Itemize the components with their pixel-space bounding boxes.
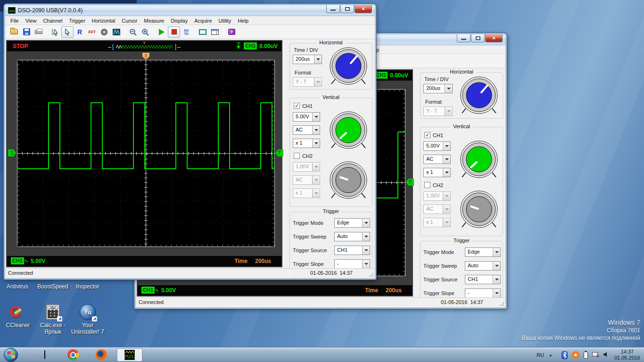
- outpost-tray-icon[interactable]: [572, 351, 579, 359]
- menu-utility[interactable]: Utility: [215, 16, 235, 25]
- ch1-position-knob[interactable]: [329, 109, 368, 151]
- menu-cursor[interactable]: Cursor: [118, 16, 140, 25]
- trigger-slope-select[interactable]: -: [334, 259, 370, 269]
- menu-view[interactable]: View: [22, 16, 40, 25]
- trigger-position-marker[interactable]: T: [142, 53, 149, 60]
- taskbar-chrome[interactable]: [60, 348, 86, 362]
- maximize-button[interactable]: [340, 5, 354, 13]
- trigger-mode-select[interactable]: Edge: [334, 218, 370, 228]
- dropdown-arrow-icon[interactable]: [493, 289, 500, 297]
- menu-channel[interactable]: Channel: [40, 16, 66, 25]
- desktop-icon-inspector[interactable]: Inspector: [70, 283, 105, 290]
- fft-button[interactable]: FFT: [86, 26, 98, 38]
- desktop-icon-your-uninstaller[interactable]: Yu ↗ Your Uninstaller! 7: [70, 304, 106, 335]
- desktop-icon-ccleaner[interactable]: C CCleaner: [0, 304, 36, 329]
- autoset-button[interactable]: AUTO: [180, 26, 192, 38]
- ch1-coupling-select[interactable]: AC: [423, 155, 451, 164]
- fullscreen-button[interactable]: [197, 26, 209, 38]
- volume-icon[interactable]: [603, 351, 609, 359]
- battery-icon[interactable]: [584, 352, 588, 359]
- zoom-out-button[interactable]: [127, 26, 139, 38]
- ch2-position-knob[interactable]: [329, 159, 368, 201]
- trigger-level-marker[interactable]: T: [406, 179, 414, 186]
- ch1-checkbox[interactable]: ✓: [424, 132, 430, 138]
- save-button[interactable]: [20, 26, 33, 38]
- dropdown-arrow-icon[interactable]: [493, 275, 500, 284]
- menu-help[interactable]: Help: [234, 16, 252, 25]
- ch1-volts-select[interactable]: 5.00V: [293, 112, 320, 122]
- ch2-position-knob[interactable]: [459, 189, 499, 230]
- time-div-select[interactable]: 200us: [423, 84, 453, 93]
- minimize-button[interactable]: [326, 5, 340, 13]
- taskbar-dso-app[interactable]: [117, 348, 142, 362]
- trigger-slope-select[interactable]: -: [465, 288, 501, 298]
- ch1-position-knob[interactable]: [459, 139, 499, 180]
- menu-horizontal[interactable]: Horizontal: [89, 16, 119, 25]
- ch2-enable[interactable]: CH2: [424, 182, 443, 188]
- dropdown-arrow-icon[interactable]: [362, 232, 370, 241]
- bluetooth-icon[interactable]: [561, 351, 568, 359]
- dropdown-arrow-icon[interactable]: [312, 113, 320, 121]
- ch1-probe-select[interactable]: x 1: [423, 168, 451, 177]
- dropdown-arrow-icon[interactable]: [443, 142, 450, 150]
- minimize-button[interactable]: [457, 34, 471, 42]
- dropdown-arrow-icon[interactable]: [445, 84, 452, 93]
- trigger-mode-select[interactable]: Edge: [465, 247, 501, 257]
- channel1-position-marker[interactable]: 1: [8, 149, 16, 156]
- close-button[interactable]: ×: [485, 34, 503, 42]
- open-button[interactable]: [8, 26, 20, 38]
- record-button[interactable]: [98, 26, 110, 38]
- ch2-checkbox[interactable]: [424, 182, 430, 188]
- menu-file[interactable]: File: [7, 16, 22, 25]
- pointer-button[interactable]: [61, 26, 74, 38]
- taskbar-clock[interactable]: 14:37 01.05.2016: [614, 349, 640, 361]
- horizontal-knob[interactable]: [329, 45, 368, 87]
- start-button[interactable]: [4, 348, 18, 362]
- panels-button[interactable]: [209, 26, 221, 38]
- dropdown-arrow-icon[interactable]: [493, 248, 500, 256]
- dropdown-arrow-icon[interactable]: [362, 260, 370, 268]
- close-button[interactable]: ×: [355, 5, 372, 13]
- title-bar[interactable]: DSO-2090 USB(V7.0.0.4) ×: [5, 5, 375, 16]
- menu-acquire[interactable]: Acquire: [191, 16, 215, 25]
- ch1-probe-select[interactable]: x 1: [293, 139, 320, 148]
- dropdown-arrow-icon[interactable]: [314, 55, 322, 64]
- menu-display[interactable]: Display: [167, 16, 191, 25]
- resize-grip[interactable]: [370, 273, 373, 277]
- zoom-in-button[interactable]: [139, 26, 151, 38]
- ch1-enable[interactable]: ✓ CH1: [424, 132, 443, 138]
- ch1-enable[interactable]: ✓ CH1: [294, 103, 313, 109]
- trigger-source-select[interactable]: CH1: [465, 275, 501, 284]
- dropdown-arrow-icon[interactable]: [493, 262, 500, 270]
- dropdown-arrow-icon[interactable]: [362, 246, 370, 255]
- waveform-button[interactable]: [110, 26, 123, 38]
- dropdown-arrow-icon[interactable]: [312, 139, 320, 148]
- print-button[interactable]: [33, 26, 45, 38]
- time-div-select[interactable]: 200us: [293, 55, 322, 64]
- ch1-coupling-select[interactable]: AC: [293, 125, 320, 135]
- taskbar-file-manager[interactable]: [32, 348, 58, 362]
- ch2-enable[interactable]: CH2: [294, 153, 313, 159]
- ch1-checkbox[interactable]: ✓: [294, 103, 300, 109]
- trigger-sweep-select[interactable]: Auto: [465, 261, 501, 271]
- taskbar-firefox[interactable]: [89, 348, 114, 362]
- dropdown-arrow-icon[interactable]: [362, 219, 370, 227]
- menu-trigger[interactable]: Trigger: [66, 16, 88, 25]
- ch2-checkbox[interactable]: [294, 153, 300, 159]
- language-indicator[interactable]: RU: [537, 352, 544, 358]
- desktop-icon-antivirus[interactable]: Antivirus: [0, 283, 35, 290]
- trigger-source-select[interactable]: CH1: [334, 246, 370, 255]
- trigger-level-marker[interactable]: T: [275, 149, 283, 156]
- cursor-measure-button[interactable]: [49, 26, 61, 38]
- desktop-icon-calc[interactable]: CALC ↗ Calc.exe - Ярлык: [35, 304, 71, 335]
- network-icon[interactable]: ✕: [592, 352, 599, 358]
- ch1-volts-select[interactable]: 5.00V: [423, 141, 451, 151]
- menu-measure[interactable]: Measure: [140, 16, 167, 25]
- dropdown-arrow-icon[interactable]: [443, 155, 450, 164]
- trigger-sweep-select[interactable]: Auto: [334, 232, 370, 241]
- maximize-button[interactable]: [471, 34, 485, 42]
- stop-acquisition-button[interactable]: [168, 26, 180, 38]
- horizontal-position-indicator[interactable]: T [ ]: [112, 42, 176, 50]
- dropdown-arrow-icon[interactable]: [312, 126, 320, 134]
- desktop-icon-boostspeed[interactable]: BoostSpeed: [35, 283, 70, 290]
